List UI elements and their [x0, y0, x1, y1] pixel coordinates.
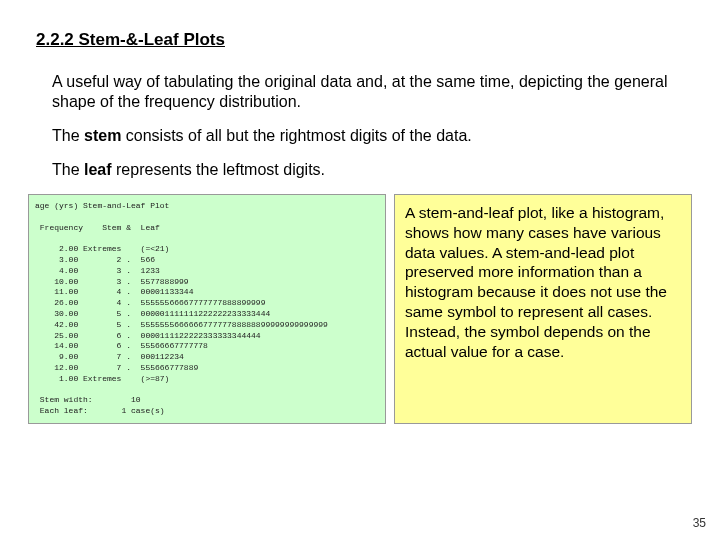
text-fragment: consists of all but the rightmost digits…: [121, 127, 471, 144]
text-fragment: The: [52, 161, 84, 178]
term-stem: stem: [84, 127, 121, 144]
lower-row: age (yrs) Stem-and-Leaf Plot Frequency S…: [28, 194, 692, 424]
stem-leaf-plot: age (yrs) Stem-and-Leaf Plot Frequency S…: [28, 194, 386, 424]
paragraph-leaf: The leaf represents the leftmost digits.: [52, 160, 692, 180]
text-fragment: represents the leftmost digits.: [112, 161, 325, 178]
paragraph-stem: The stem consists of all but the rightmo…: [52, 126, 692, 146]
page-number: 35: [693, 516, 706, 530]
term-leaf: leaf: [84, 161, 112, 178]
slide-page: 2.2.2 Stem-&-Leaf Plots A useful way of …: [0, 0, 720, 540]
section-title: 2.2.2 Stem-&-Leaf Plots: [36, 30, 692, 50]
explanation-box: A stem-and-leaf plot, like a histogram, …: [394, 194, 692, 424]
text-fragment: The: [52, 127, 84, 144]
paragraph-intro: A useful way of tabulating the original …: [52, 72, 692, 112]
